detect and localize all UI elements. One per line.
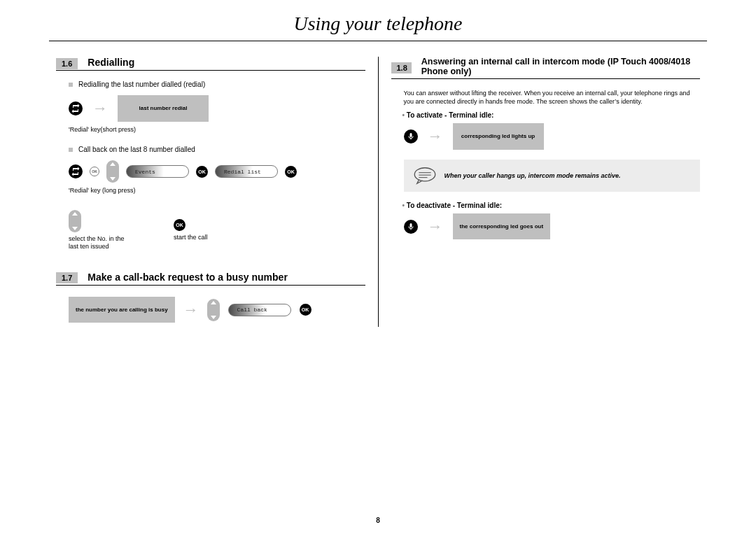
tip-text: When your caller hangs up, intercom mode… — [444, 172, 621, 179]
section-num-16: 1.6 — [56, 58, 78, 69]
deactivate-box: the corresponding led goes out — [453, 213, 551, 240]
select-caption: select the No. in the last ten issued — [69, 235, 132, 251]
section-header-18: 1.8 Answering an internal call in interc… — [391, 57, 701, 79]
note-text: Call back on the last 8 number dialled — [78, 146, 195, 153]
last-number-box: last number redial — [118, 95, 209, 122]
right-column: 1.8 Answering an internal call in interc… — [384, 57, 708, 327]
section-title-16: Redialling — [88, 57, 134, 70]
updown-icon — [207, 299, 220, 321]
redial-key-long — [69, 164, 83, 178]
tip-box: When your caller hangs up, intercom mode… — [404, 160, 701, 192]
bullet-icon — [69, 148, 73, 152]
ok-button: OK — [300, 304, 312, 316]
section-title-18: Answering an internal call in intercom m… — [421, 57, 700, 78]
section-num-17: 1.7 — [56, 272, 78, 283]
redial-key-item — [69, 101, 83, 115]
mute-icon — [404, 220, 418, 234]
redial-long-caption: 'Redial' key (long press) — [69, 187, 139, 195]
redial-list-pill: Redial list — [215, 165, 278, 178]
ok-button: OK — [196, 166, 208, 178]
redial-icon — [69, 101, 83, 115]
activate-label: To activate - Terminal idle: — [402, 111, 701, 119]
left-column: 1.6 Redialling Redialling the last numbe… — [49, 57, 372, 327]
redial-icon — [69, 164, 83, 178]
note-callback-8: Call back on the last 8 number dialled — [69, 146, 365, 153]
callback-pill: Call back — [228, 304, 291, 316]
activate-box: corresponding led lights up — [453, 123, 544, 150]
bullet-icon — [69, 83, 73, 87]
flow-activate: → corresponding led lights up — [404, 123, 701, 150]
section-header-17: 1.7 Make a call-back request to a busy n… — [56, 272, 365, 286]
columns-wrap: 1.6 Redialling Redialling the last numbe… — [0, 41, 756, 327]
body-text-18: You can answer without lifting the recei… — [404, 89, 701, 106]
updown-icon — [106, 160, 119, 183]
select-item: select the No. in the last ten issued — [69, 210, 132, 251]
flow-deactivate: → the corresponding led goes out — [404, 213, 701, 240]
flow-callback: the number you are calling is busy → Cal… — [69, 297, 365, 323]
section-header-16: 1.6 Redialling — [56, 57, 365, 71]
redial-short-caption: 'Redial' key(short press) — [69, 126, 139, 134]
start-item: OK start the call — [174, 219, 208, 241]
ok-tiny-icon: OK — [90, 167, 99, 176]
flow-redial-short: → last number redial — [69, 95, 365, 122]
page-number: 8 — [376, 517, 380, 524]
events-pill: Events — [126, 165, 189, 178]
busy-box: the number you are calling is busy — [69, 297, 175, 323]
start-caption: start the call — [174, 234, 208, 241]
arrow-icon: → — [428, 127, 443, 146]
note-text: Redialling the last number dialled (redi… — [78, 80, 205, 88]
deactivate-label: To deactivate - Terminal idle: — [402, 202, 701, 209]
mute-icon — [404, 129, 418, 143]
page-title: Using your telephone — [0, 0, 756, 41]
note-redial-last: Redialling the last number dialled (redi… — [69, 80, 365, 88]
svg-point-0 — [414, 168, 435, 181]
arrow-icon: → — [92, 99, 108, 118]
ok-button: OK — [285, 166, 297, 178]
flow-select-start: select the No. in the last ten issued OK… — [69, 210, 365, 251]
arrow-icon: → — [183, 301, 199, 319]
section-num-18: 1.8 — [391, 62, 412, 73]
speech-icon — [412, 167, 438, 185]
flow-redial-long: OK Events OK Redial list OK — [69, 160, 365, 183]
section-title-17: Make a call-back request to a busy numbe… — [88, 272, 288, 285]
arrow-icon: → — [428, 218, 443, 236]
ok-button: OK — [174, 219, 186, 231]
column-divider — [378, 57, 379, 327]
updown-icon — [69, 210, 81, 232]
